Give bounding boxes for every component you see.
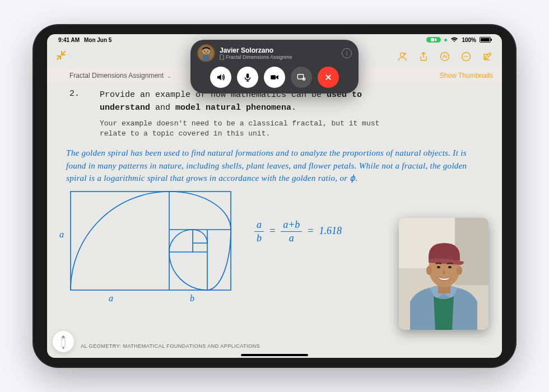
svg-rect-20 — [246, 73, 249, 78]
svg-rect-0 — [431, 38, 434, 41]
video-icon — [431, 38, 436, 42]
svg-point-30 — [457, 266, 462, 275]
markup-icon[interactable] — [439, 51, 450, 62]
svg-point-1 — [401, 53, 404, 57]
facetime-mic-button[interactable] — [237, 67, 258, 88]
recording-dot-icon — [444, 39, 447, 41]
facetime-camera-button[interactable] — [264, 67, 285, 88]
breadcrumb[interactable]: Fractal Dimensions Assignment ⌄ — [69, 72, 171, 80]
facetime-pip-video[interactable] — [399, 218, 488, 330]
wifi-icon — [450, 37, 458, 43]
document-icon — [220, 54, 224, 60]
battery-percent: 100% — [462, 37, 476, 43]
svg-point-7 — [467, 56, 468, 57]
question-text: Provide an example of how mathematics ca… — [100, 89, 408, 139]
eq-frac2-num: a+b — [281, 218, 302, 232]
axis-label-b-bottom: b — [190, 293, 194, 304]
facetime-screenshare-button[interactable] — [291, 67, 312, 88]
eq-frac1-num: a — [254, 218, 264, 232]
question-number: 2. — [69, 89, 80, 139]
handwritten-answer: The golden spiral has been used to find … — [66, 147, 485, 185]
collaborate-icon[interactable] — [397, 51, 408, 62]
facetime-memoji-avatar — [197, 44, 215, 62]
svg-point-32 — [448, 266, 452, 268]
breadcrumb-title: Fractal Dimensions Assignment — [69, 72, 164, 80]
svg-point-5 — [464, 56, 465, 57]
question-suffix: . — [291, 103, 296, 113]
eq-frac2-den: a — [287, 232, 296, 245]
svg-point-18 — [204, 50, 205, 52]
svg-point-19 — [207, 50, 208, 52]
facetime-subtitle: Fractal Dimensions Assignme — [220, 54, 337, 60]
ipad-device-frame: 9:41 AM Mon Jun 5 100% — [34, 25, 515, 367]
svg-rect-15 — [62, 338, 65, 339]
more-icon[interactable] — [460, 51, 472, 62]
document-footer: AL GEOMETRY: MATHEMATICAL FOUNDATIONS AN… — [81, 343, 260, 349]
golden-ratio-equation: ab = a+ba = 1.618 — [254, 218, 342, 245]
eq-frac1-den: b — [254, 232, 264, 245]
status-date: Mon Jun 5 — [84, 37, 111, 43]
facetime-control-bar[interactable]: Javier Solorzano Fractal Dimensions Assi… — [190, 40, 359, 94]
pencil-icon — [58, 334, 69, 349]
svg-point-31 — [437, 266, 440, 268]
facetime-caller-name: Javier Solorzano — [220, 46, 337, 54]
facetime-status-pill[interactable] — [426, 37, 441, 43]
battery-icon — [480, 37, 491, 43]
screen: 9:41 AM Mon Jun 5 100% — [47, 34, 502, 358]
collapse-sidebar-icon[interactable] — [56, 50, 66, 63]
svg-point-6 — [466, 56, 467, 57]
axis-label-a-bottom: a — [109, 293, 113, 304]
svg-rect-21 — [271, 75, 276, 80]
speaker-icon — [216, 72, 226, 82]
facetime-subtitle-text: Fractal Dimensions Assignme — [226, 54, 292, 60]
status-time: 9:41 AM — [58, 37, 80, 43]
golden-spiral-diagram: a a b — [69, 190, 232, 291]
show-thumbnails-button[interactable]: Show Thumbnails — [440, 72, 493, 80]
facetime-speaker-button[interactable] — [210, 67, 231, 88]
close-icon — [323, 72, 333, 82]
question-bold-2: model natural phenomena — [175, 103, 291, 113]
svg-rect-26 — [455, 218, 488, 285]
microphone-icon — [243, 72, 253, 82]
compose-icon[interactable] — [482, 51, 493, 62]
question-mid: and — [150, 103, 175, 113]
screenshare-icon — [296, 72, 306, 82]
svg-point-29 — [426, 266, 432, 275]
home-indicator[interactable] — [241, 354, 308, 356]
chevron-down-icon: ⌄ — [167, 73, 171, 79]
question-subtext: Your example doesn't need to be a classi… — [100, 119, 408, 139]
pencil-tool-button[interactable] — [53, 331, 74, 352]
svg-point-2 — [404, 53, 406, 55]
video-camera-icon — [269, 72, 280, 82]
facetime-end-button[interactable] — [318, 67, 339, 88]
facetime-info-button[interactable]: i — [342, 48, 352, 58]
share-icon[interactable] — [418, 51, 429, 62]
axis-label-a-left: a — [59, 230, 64, 240]
eq-result: 1.618 — [319, 225, 342, 236]
facetime-person-image — [399, 218, 488, 330]
